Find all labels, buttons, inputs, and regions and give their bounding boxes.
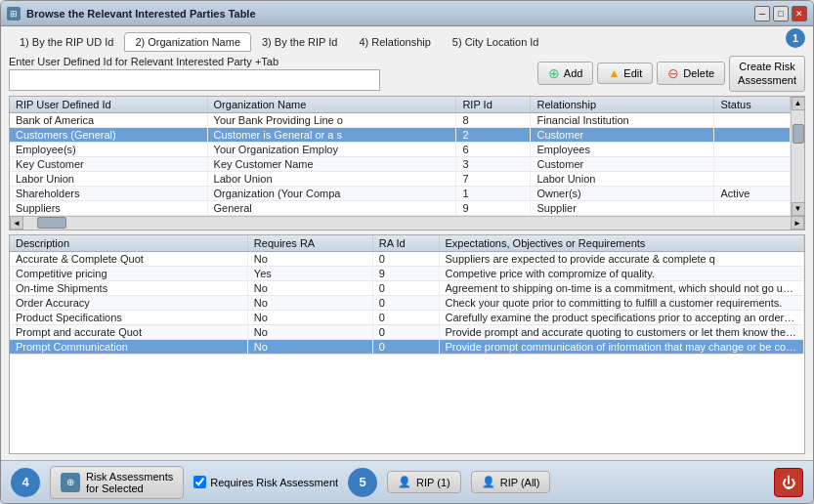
search-row: Enter User Defined Id for Relevant Inter… bbox=[9, 56, 805, 92]
cell-ra-id: 0 bbox=[372, 295, 439, 310]
cell-rip-user-id: Employee(s) bbox=[10, 142, 207, 156]
col-ra-id[interactable]: RA Id bbox=[372, 235, 439, 252]
cell-id: 7 bbox=[456, 171, 531, 186]
col-rip-user-id[interactable]: RIP User Defined Id bbox=[10, 97, 207, 113]
col-relationship[interactable]: Relationship bbox=[531, 97, 714, 113]
tab-org-name[interactable]: 2) Organization Name bbox=[124, 32, 251, 52]
badge-5: 5 bbox=[348, 468, 377, 497]
cell-ra-id: 0 bbox=[372, 324, 439, 339]
cell-req-ra: No bbox=[247, 251, 372, 266]
add-button[interactable]: ⊕ Add bbox=[537, 62, 594, 85]
col-requires-ra[interactable]: Requires RA bbox=[247, 235, 372, 252]
cell-desc: Prompt Communication bbox=[10, 339, 247, 354]
scroll-left-arrow[interactable]: ◄ bbox=[10, 216, 23, 230]
list-item[interactable]: Accurate & Complete Quot No 0 Suppliers … bbox=[10, 251, 804, 266]
scroll-up-arrow[interactable]: ▲ bbox=[792, 97, 805, 110]
table-row[interactable]: Customers (General) Customer is General … bbox=[10, 127, 791, 142]
risk-btn-line1: Risk Assessments bbox=[86, 471, 173, 483]
cell-ra-id: 0 bbox=[372, 251, 439, 266]
cell-rip-user-id: Bank of America bbox=[10, 112, 207, 127]
add-icon: ⊕ bbox=[548, 65, 560, 81]
cell-id: 8 bbox=[456, 112, 531, 127]
cell-org-name: Your Bank Providing Line o bbox=[207, 112, 456, 127]
tab-rip-ud-id[interactable]: 1) By the RIP UD Id bbox=[9, 32, 124, 52]
cell-exp: Carefully examine the product specificat… bbox=[439, 310, 804, 324]
cell-rel: Owner(s) bbox=[531, 186, 714, 200]
table-row[interactable]: Employee(s) Your Organization Employ 6 E… bbox=[10, 142, 791, 156]
cell-org-name: Organization (Your Compa bbox=[207, 186, 456, 200]
tab-rip-id[interactable]: 3) By the RIP Id bbox=[251, 32, 348, 52]
col-rip-id[interactable]: RIP Id bbox=[456, 97, 531, 113]
cell-org-name: Customer is General or a s bbox=[207, 127, 456, 142]
risk-assessments-button[interactable]: ⊕ Risk Assessments for Selected bbox=[50, 466, 184, 499]
cell-status bbox=[714, 112, 791, 127]
col-description[interactable]: Description bbox=[10, 235, 247, 252]
cell-req-ra: No bbox=[247, 280, 372, 295]
close-button[interactable]: ✕ bbox=[792, 6, 807, 21]
horiz-thumb[interactable] bbox=[37, 217, 66, 229]
table-row[interactable]: Labor Union Labor Union 7 Labor Union bbox=[10, 171, 791, 186]
cell-rel: Employees bbox=[531, 142, 714, 156]
cell-rel: Supplier bbox=[531, 200, 714, 215]
cell-ra-id: 0 bbox=[372, 280, 439, 295]
rip-all-button[interactable]: 👤 RIP (All) bbox=[471, 471, 551, 493]
toolbar-buttons: ⊕ Add ▲ Edit ⊖ Delete Create Risk Assess… bbox=[537, 56, 805, 92]
col-org-name[interactable]: Organization Name bbox=[207, 97, 456, 113]
upper-horiz-scroll[interactable]: ◄ ► bbox=[10, 216, 804, 230]
rip-person-icon: 👤 bbox=[398, 476, 411, 488]
col-expectations[interactable]: Expectations, Objectives or Requirements bbox=[439, 235, 804, 252]
cell-rel: Customer bbox=[531, 156, 714, 171]
cell-org-name: Key Customer Name bbox=[207, 156, 456, 171]
cell-exp: Provide prompt and accurate quoting to c… bbox=[439, 324, 804, 339]
table-row[interactable]: Shareholders Organization (Your Compa 1 … bbox=[10, 186, 791, 200]
scroll-right-arrow[interactable]: ► bbox=[791, 216, 804, 230]
requires-risk-checkbox[interactable] bbox=[193, 476, 206, 488]
cell-rip-user-id: Shareholders bbox=[10, 186, 207, 200]
cell-rip-user-id: Labor Union bbox=[10, 171, 207, 186]
create-risk-line1: Create Risk bbox=[739, 61, 794, 72]
cell-org-name: Labor Union bbox=[207, 171, 456, 186]
cell-ra-id: 0 bbox=[372, 310, 439, 324]
lower-section: Description Requires RA RA Id Expectatio… bbox=[9, 234, 805, 454]
list-item[interactable]: Prompt Communication No 0 Provide prompt… bbox=[10, 339, 804, 354]
cell-status bbox=[714, 171, 791, 186]
delete-icon: ⊖ bbox=[667, 65, 679, 81]
search-input[interactable] bbox=[9, 69, 380, 91]
list-item[interactable]: Product Specifications No 0 Carefully ex… bbox=[10, 310, 804, 324]
edit-button[interactable]: ▲ Edit bbox=[597, 63, 653, 84]
cell-exp: Provide prompt communication of informat… bbox=[439, 339, 804, 354]
tab-city-loc[interactable]: 5) City Location Id bbox=[442, 32, 550, 52]
power-button[interactable]: ⏻ bbox=[774, 468, 803, 497]
create-risk-button[interactable]: Create Risk Assessment bbox=[729, 56, 805, 92]
rip-1-button[interactable]: 👤 RIP (1) bbox=[387, 471, 461, 493]
minimize-button[interactable]: ─ bbox=[754, 6, 770, 21]
cell-status: Active bbox=[714, 186, 791, 200]
col-status[interactable]: Status bbox=[714, 97, 791, 113]
cell-ra-id: 0 bbox=[372, 339, 439, 354]
list-item[interactable]: Order Accuracy No 0 Check your quote pri… bbox=[10, 295, 804, 310]
upper-grid: RIP User Defined Id Organization Name RI… bbox=[10, 97, 804, 216]
cell-rip-user-id: Key Customer bbox=[10, 156, 207, 171]
table-row[interactable]: Bank of America Your Bank Providing Line… bbox=[10, 112, 791, 127]
cell-rel: Labor Union bbox=[531, 171, 714, 186]
delete-button[interactable]: ⊖ Delete bbox=[657, 62, 725, 85]
list-item[interactable]: Competitive pricing Yes 9 Competive pric… bbox=[10, 266, 804, 280]
search-label: Enter User Defined Id for Relevant Inter… bbox=[9, 56, 532, 67]
cell-exp: Competive price with compromize of quali… bbox=[439, 266, 804, 280]
list-item[interactable]: Prompt and accurate Quot No 0 Provide pr… bbox=[10, 324, 804, 339]
maximize-button[interactable]: □ bbox=[773, 6, 789, 21]
bottom-bar: 4 ⊕ Risk Assessments for Selected Requir… bbox=[1, 460, 813, 503]
cell-status bbox=[714, 142, 791, 156]
risk-btn-line2: for Selected bbox=[86, 483, 173, 494]
list-item[interactable]: On-time Shipments No 0 Agreement to ship… bbox=[10, 280, 804, 295]
cell-org-name: Your Organization Employ bbox=[207, 142, 456, 156]
table-row[interactable]: Key Customer Key Customer Name 3 Custome… bbox=[10, 156, 791, 171]
scroll-down-arrow[interactable]: ▼ bbox=[792, 202, 805, 216]
tab-relationship[interactable]: 4) Relationship bbox=[348, 32, 441, 52]
cell-status bbox=[714, 156, 791, 171]
scroll-thumb[interactable] bbox=[793, 124, 804, 144]
table-row[interactable]: Suppliers General 9 Supplier bbox=[10, 200, 791, 215]
upper-scrollbar[interactable]: ▲ ▼ bbox=[791, 97, 804, 216]
cell-req-ra: Yes bbox=[247, 266, 372, 280]
cell-req-ra: No bbox=[247, 339, 372, 354]
